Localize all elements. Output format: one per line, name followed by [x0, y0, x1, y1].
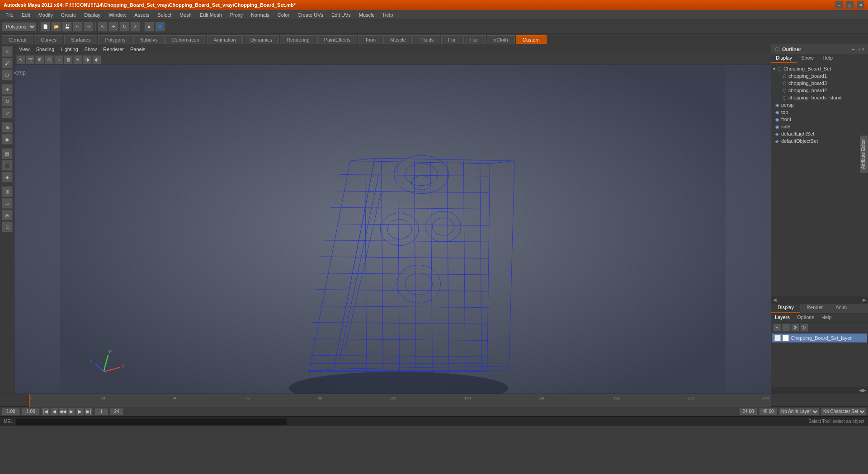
tree-item-chopping-board-set[interactable]: ▾ ⬡ Chopping_Board_Set — [771, 65, 868, 72]
minimize-button[interactable]: − — [835, 1, 843, 9]
render-btn[interactable]: ▶ — [144, 22, 154, 32]
outliner-tab-display[interactable]: Display — [771, 54, 797, 63]
anim-layer-dropdown[interactable]: No Anim Layer — [779, 408, 819, 415]
viewport-show-menu[interactable]: Show — [82, 46, 100, 53]
menu-window[interactable]: Window — [105, 11, 130, 19]
layer-visibility-check[interactable]: ✓ — [774, 335, 781, 341]
anim-end-input[interactable] — [759, 408, 777, 415]
menu-create[interactable]: Create — [57, 11, 80, 19]
new-layer-btn[interactable]: + — [773, 324, 781, 332]
menu-file[interactable]: File — [2, 11, 17, 19]
tab-painteffects[interactable]: PaintEffects — [317, 35, 358, 44]
close-button[interactable]: × — [857, 1, 864, 9]
play-forward-btn[interactable]: ▶ — [67, 408, 75, 416]
outliner-scroll-left[interactable]: ◀ — [773, 297, 777, 302]
vp-light-icon[interactable]: ☀ — [73, 55, 82, 64]
bottom-tab-render[interactable]: Render — [800, 304, 829, 313]
menu-display[interactable]: Display — [80, 11, 104, 19]
tab-subdivs[interactable]: Subdivs — [133, 35, 165, 44]
maximize-button[interactable]: □ — [846, 1, 854, 9]
menu-normals[interactable]: Normals — [247, 11, 273, 19]
deform-btn[interactable]: ⌓ — [2, 198, 13, 209]
tree-item-chopping-board2[interactable]: ⬡ chopping_board2 — [771, 87, 868, 94]
layer-scroll-up[interactable]: ◀ — [859, 388, 863, 393]
tab-curves[interactable]: Curves — [34, 35, 63, 44]
menu-muscle[interactable]: Muscle — [355, 11, 378, 19]
tab-toon[interactable]: Toon — [358, 35, 382, 44]
outliner-tree[interactable]: ▾ ⬡ Chopping_Board_Set ⬡ chopping_board1… — [771, 63, 868, 296]
viewport-view-menu[interactable]: View — [16, 46, 33, 53]
outliner-tab-help[interactable]: Help — [818, 54, 838, 63]
tree-item-top[interactable]: ◉ top — [771, 108, 868, 116]
mode-dropdown[interactable]: Polygons — [2, 22, 36, 31]
tab-polygons[interactable]: Polygons — [98, 35, 132, 44]
tab-deformation[interactable]: Deformation — [165, 35, 206, 44]
tab-rendering[interactable]: Rendering — [280, 35, 316, 44]
range-end-input[interactable] — [110, 408, 123, 415]
undo-btn[interactable]: ↩ — [73, 22, 83, 32]
rotate-btn[interactable]: ↻ — [119, 22, 129, 32]
tab-ncloth[interactable]: nCloth — [487, 35, 515, 44]
rivet-btn[interactable]: ◎ — [2, 210, 13, 221]
layer-row-chopping-board-set[interactable]: ✓ Chopping_Board_Set_layer — [772, 333, 867, 343]
outliner-minimize-btn[interactable]: − — [852, 47, 854, 52]
tree-item-chopping-boards-stand[interactable]: ⬡ chopping_boards_stand — [771, 94, 868, 101]
current-frame-input[interactable] — [94, 408, 108, 415]
menu-mesh[interactable]: Mesh — [176, 11, 195, 19]
vp-grid-icon[interactable]: ⊞ — [35, 55, 44, 64]
layer-btn[interactable]: ▤ — [2, 148, 13, 159]
vp-ao-icon[interactable]: ◐ — [92, 55, 101, 64]
tab-fur[interactable]: Fur — [441, 35, 462, 44]
vp-texture-icon[interactable]: ▨ — [64, 55, 73, 64]
tree-item-side[interactable]: ◉ side — [771, 123, 868, 130]
prev-frame-btn[interactable]: ◀ — [50, 408, 58, 416]
delete-layer-btn[interactable]: - — [782, 324, 790, 332]
viewport-shading-menu[interactable]: Shading — [33, 46, 57, 53]
menu-proxy[interactable]: Proxy — [226, 11, 246, 19]
move-tool-btn[interactable]: ✛ — [2, 84, 13, 95]
ipr-btn[interactable]: 🔵 — [155, 22, 165, 32]
snap-btn[interactable]: ⊕ — [2, 122, 13, 133]
tab-hair[interactable]: Hair — [463, 35, 486, 44]
layer-refresh-btn[interactable]: ↻ — [800, 324, 808, 332]
tree-item-defaultlightset[interactable]: ◈ defaultLightSet — [771, 130, 868, 137]
new-scene-btn[interactable]: 📄 — [40, 22, 50, 32]
show-hide-btn[interactable]: ◉ — [2, 134, 13, 145]
menu-modify[interactable]: Modify — [35, 11, 57, 19]
menu-color[interactable]: Color — [274, 11, 293, 19]
menu-createuvs[interactable]: Create UVs — [294, 11, 327, 19]
tab-surfaces[interactable]: Surfaces — [64, 35, 97, 44]
play-back-btn[interactable]: ◀◀ — [59, 408, 67, 416]
bottom-tab-display[interactable]: Display — [771, 304, 800, 313]
menu-help[interactable]: Help — [379, 11, 397, 19]
tree-item-chopping-board1[interactable]: ⬡ chopping_board1 — [771, 72, 868, 80]
tab-general[interactable]: General — [2, 35, 33, 44]
outliner-close-btn[interactable]: × — [862, 47, 864, 52]
render-view-btn[interactable]: ⬛ — [2, 160, 13, 171]
scale-btn[interactable]: ⤢ — [130, 22, 140, 32]
goto-start-btn[interactable]: |◀ — [42, 408, 50, 416]
sculpt-btn[interactable]: ⬡ — [2, 70, 13, 80]
menu-edit[interactable]: Edit — [18, 11, 34, 19]
muscle-tool-btn[interactable]: ⊑ — [2, 221, 13, 232]
vp-shadow-icon[interactable]: ◑ — [83, 55, 92, 64]
outliner-tab-show[interactable]: Show — [797, 54, 818, 63]
menu-select[interactable]: Select — [154, 11, 175, 19]
tab-fluids[interactable]: Fluids — [414, 35, 440, 44]
tab-muscle[interactable]: Muscle — [383, 35, 413, 44]
viewport-panels-menu[interactable]: Panels — [127, 46, 148, 53]
select-mode-btn[interactable]: ↖ — [2, 46, 13, 57]
rotate-tool-btn[interactable]: ↻ — [2, 96, 13, 107]
tree-expand-chopping-board-set[interactable]: ▾ — [773, 66, 775, 71]
vp-wire-icon[interactable]: ⬡ — [45, 55, 54, 64]
menu-editmesh[interactable]: Edit Mesh — [196, 11, 226, 19]
scale-tool-btn[interactable]: ⤢ — [2, 108, 13, 118]
anim-start-input[interactable] — [739, 408, 757, 415]
layer-subtab-help[interactable]: Help — [818, 314, 835, 322]
outliner-maximize-btn[interactable]: □ — [857, 47, 860, 52]
tree-item-persp[interactable]: ◉ persp — [771, 101, 868, 108]
viewport-lighting-menu[interactable]: Lighting — [58, 46, 81, 53]
tab-custom[interactable]: Custom — [516, 35, 547, 44]
vp-camera-icon[interactable]: 📷 — [26, 55, 35, 64]
tree-item-front[interactable]: ◉ front — [771, 116, 868, 123]
